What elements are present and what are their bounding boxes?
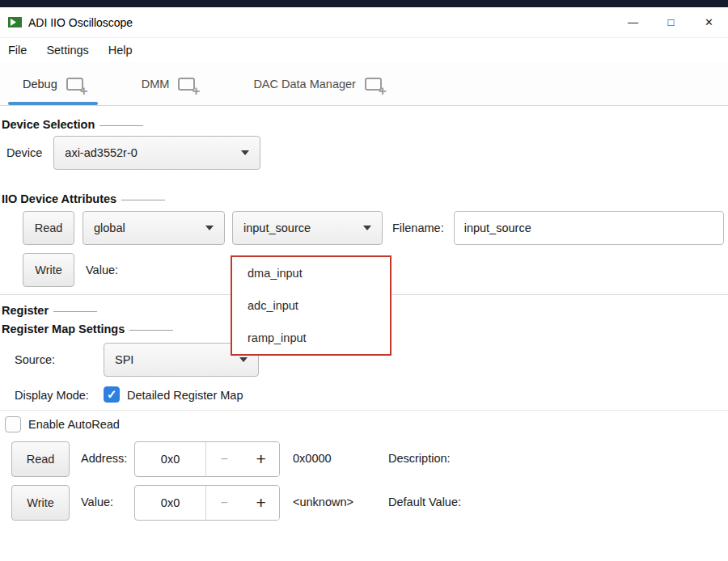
register-value-label: Value:: [81, 496, 113, 508]
detach-plugin-icon[interactable]: [365, 78, 382, 91]
window-controls: — □ ✕: [614, 7, 728, 37]
background-window-strip: [0, 0, 728, 7]
device-selection-title: Device Selection: [2, 118, 95, 131]
address-increment-button[interactable]: +: [243, 442, 279, 476]
device-select-value: axi-ad3552r-0: [65, 146, 137, 159]
tab-dac-data-manager[interactable]: DAC Data Manager: [239, 62, 396, 105]
source-label: Source:: [15, 353, 55, 366]
detach-plugin-icon[interactable]: [66, 78, 83, 91]
tab-bar: Debug DMM DAC Data Manager: [0, 62, 728, 106]
app-window: ADI IIO Oscilloscope — □ ✕ File Settings…: [0, 0, 728, 561]
attribute-write-row: Write Value:: [23, 253, 118, 287]
address-hex-readout: 0x0000: [293, 452, 332, 465]
tab-dmm-label: DMM: [142, 78, 170, 91]
register-title: Register: [2, 304, 49, 317]
display-mode-label: Display Mode:: [15, 389, 89, 402]
register-group-label: Register: [2, 304, 97, 317]
value-spinbox-value[interactable]: 0x0: [135, 486, 205, 520]
tab-dmm[interactable]: DMM: [127, 62, 210, 105]
attribute-write-button[interactable]: Write: [23, 253, 74, 287]
value-readout: <unknown>: [293, 496, 353, 508]
default-value-label: Default Value:: [388, 496, 461, 508]
chevron-down-icon: [239, 357, 248, 362]
chevron-down-icon: [363, 226, 371, 230]
value-increment-button[interactable]: +: [243, 486, 279, 520]
menu-item-file[interactable]: File: [8, 44, 27, 57]
iio-attributes-group-label: IIO Device Attributes: [2, 192, 165, 205]
address-spinbox-value[interactable]: 0x0: [135, 442, 205, 476]
value-decrement-button[interactable]: −: [206, 486, 243, 520]
attribute-scope-value: global: [94, 221, 125, 234]
device-row: Device axi-ad3552r-0: [6, 135, 260, 171]
value-spinbox: 0x0 − +: [134, 485, 280, 521]
attribute-name-select[interactable]: input_source: [232, 211, 383, 245]
detailed-register-map-label: Detailed Register Map: [127, 389, 243, 402]
iio-attributes-title: IIO Device Attributes: [2, 192, 116, 205]
address-spinbox: 0x0 − +: [134, 441, 280, 477]
filename-label: Filename:: [392, 221, 444, 234]
tab-debug-label: Debug: [23, 78, 57, 91]
source-select-value: SPI: [115, 353, 133, 366]
register-map-settings-title: Register Map Settings: [2, 323, 125, 335]
enable-autoread-label: Enable AutoRead: [28, 418, 120, 431]
separator: [0, 410, 728, 411]
menu-item-settings[interactable]: Settings: [46, 44, 88, 57]
attribute-read-row: Read global input_source Filename:: [23, 211, 724, 245]
titlebar: ADI IIO Oscilloscope — □ ✕: [0, 7, 728, 38]
attribute-name-value: input_source: [243, 221, 311, 234]
menu-item-help[interactable]: Help: [108, 44, 133, 57]
device-selection-group-label: Device Selection: [2, 118, 143, 131]
tab-debug[interactable]: Debug: [8, 62, 98, 105]
attribute-value-label: Value:: [86, 264, 118, 276]
device-label: Device: [6, 146, 42, 159]
input-source-dropdown-popup: dma_input adc_input ramp_input: [231, 255, 392, 356]
register-read-button[interactable]: Read: [11, 441, 70, 477]
register-map-settings-group-label: Register Map Settings: [2, 323, 173, 335]
app-icon: [8, 17, 22, 27]
minimize-button[interactable]: —: [614, 7, 652, 37]
address-label: Address:: [81, 452, 127, 465]
description-label: Description:: [388, 452, 451, 465]
device-select[interactable]: axi-ad3552r-0: [53, 136, 260, 170]
register-write-button[interactable]: Write: [11, 485, 70, 521]
maximize-button[interactable]: □: [652, 7, 690, 37]
detach-plugin-icon[interactable]: [178, 78, 195, 91]
detailed-register-map-checkbox[interactable]: [104, 386, 120, 403]
chevron-down-icon: [241, 150, 249, 155]
tab-dac-label: DAC Data Manager: [253, 78, 356, 91]
filename-input[interactable]: [454, 211, 724, 245]
address-decrement-button[interactable]: −: [206, 442, 243, 476]
window-title: ADI IIO Oscilloscope: [28, 16, 133, 29]
menubar: File Settings Help: [0, 38, 728, 62]
dropdown-option-ramp-input[interactable]: ramp_input: [232, 322, 390, 354]
chevron-down-icon: [205, 226, 214, 230]
close-button[interactable]: ✕: [690, 7, 728, 37]
dropdown-option-adc-input[interactable]: adc_input: [232, 289, 390, 322]
enable-autoread-checkbox[interactable]: [5, 416, 21, 432]
attribute-scope-select[interactable]: global: [83, 211, 225, 245]
attribute-read-button[interactable]: Read: [23, 211, 74, 245]
dropdown-option-dma-input[interactable]: dma_input: [232, 257, 390, 289]
